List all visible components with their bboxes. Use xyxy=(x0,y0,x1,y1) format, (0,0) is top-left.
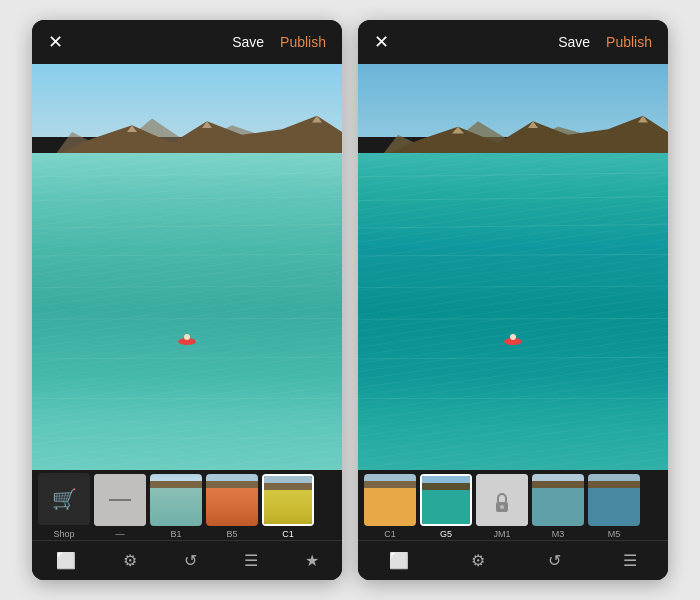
svg-rect-23 xyxy=(264,483,314,491)
svg-rect-49 xyxy=(532,488,584,526)
left-adjust-icon[interactable]: ⚙ xyxy=(115,543,145,578)
filter-m5[interactable]: M5 xyxy=(588,474,640,539)
left-star-icon[interactable]: ★ xyxy=(297,543,327,578)
filter-c1-left-label: C1 xyxy=(282,529,294,539)
left-filter-bar: 🛒 Shop — xyxy=(32,470,342,580)
left-photo-area xyxy=(32,64,342,470)
left-filter-thumbnails: 🛒 Shop — xyxy=(32,470,342,540)
svg-line-31 xyxy=(358,197,668,201)
right-top-bar: ✕ Save Publish xyxy=(358,20,668,64)
shop-icon: 🛒 xyxy=(38,473,90,525)
left-panel: ✕ Save Publish xyxy=(32,20,342,580)
right-frame-icon[interactable]: ⬜ xyxy=(381,543,417,578)
svg-rect-39 xyxy=(364,481,416,489)
filter-jm1-label: JM1 xyxy=(493,529,510,539)
right-save-button[interactable]: Save xyxy=(558,34,590,50)
filter-g5[interactable]: G5 xyxy=(420,474,472,539)
filter-m3[interactable]: M3 xyxy=(532,474,584,539)
svg-rect-24 xyxy=(264,490,314,526)
svg-line-9 xyxy=(32,286,342,288)
svg-rect-43 xyxy=(422,490,472,526)
water xyxy=(32,153,342,470)
right-filter-thumbnails: C1 G5 xyxy=(358,470,668,540)
filter-dash-label: — xyxy=(116,529,125,539)
filter-c1-left[interactable]: C1 xyxy=(262,474,314,539)
filter-b1-label: B1 xyxy=(170,529,181,539)
svg-line-35 xyxy=(358,319,668,320)
left-top-bar: ✕ Save Publish xyxy=(32,20,342,64)
filter-c1-right[interactable]: C1 xyxy=(364,474,416,539)
right-menu-icon[interactable]: ☰ xyxy=(615,543,645,578)
filter-m5-label: M5 xyxy=(608,529,621,539)
left-bottom-toolbar: ⬜ ⚙ ↺ ☰ ★ xyxy=(32,540,342,580)
filter-g5-label: G5 xyxy=(440,529,452,539)
right-close-button[interactable]: ✕ xyxy=(374,31,389,53)
right-filter-bar: C1 G5 xyxy=(358,470,668,580)
svg-line-36 xyxy=(358,358,668,360)
svg-line-10 xyxy=(32,319,342,320)
svg-rect-18 xyxy=(150,488,202,526)
svg-line-34 xyxy=(358,286,668,288)
right-revert-icon[interactable]: ↺ xyxy=(540,543,569,578)
svg-rect-42 xyxy=(422,483,472,491)
svg-point-46 xyxy=(500,505,504,509)
svg-line-11 xyxy=(32,358,342,360)
filter-b1[interactable]: B1 xyxy=(150,474,202,539)
svg-rect-52 xyxy=(588,488,640,526)
right-water xyxy=(358,153,668,470)
shop-label: Shop xyxy=(53,529,74,539)
svg-line-33 xyxy=(358,255,668,257)
svg-rect-20 xyxy=(206,481,258,489)
shop-button[interactable]: 🛒 Shop xyxy=(38,473,90,539)
kayak xyxy=(178,338,196,348)
filter-jm1[interactable]: JM1 xyxy=(476,474,528,539)
svg-line-8 xyxy=(32,255,342,257)
right-bottom-toolbar: ⬜ ⚙ ↺ ☰ xyxy=(358,540,668,580)
svg-line-7 xyxy=(32,225,342,229)
svg-rect-51 xyxy=(588,481,640,489)
svg-rect-44 xyxy=(476,474,528,526)
left-frame-icon[interactable]: ⬜ xyxy=(48,543,84,578)
left-menu-icon[interactable]: ☰ xyxy=(236,543,266,578)
left-publish-button[interactable]: Publish xyxy=(280,34,326,50)
svg-line-6 xyxy=(32,197,342,201)
left-revert-icon[interactable]: ↺ xyxy=(176,543,205,578)
svg-line-30 xyxy=(358,173,668,177)
filter-dash[interactable]: — xyxy=(94,474,146,539)
right-kayak xyxy=(504,338,522,348)
right-panel: ✕ Save Publish xyxy=(358,20,668,580)
right-publish-button[interactable]: Publish xyxy=(606,34,652,50)
svg-rect-21 xyxy=(206,488,258,526)
svg-rect-40 xyxy=(364,488,416,526)
left-close-button[interactable]: ✕ xyxy=(48,31,63,53)
filter-b5[interactable]: B5 xyxy=(206,474,258,539)
right-photo-area xyxy=(358,64,668,470)
left-save-button[interactable]: Save xyxy=(232,34,264,50)
filter-b5-label: B5 xyxy=(226,529,237,539)
filter-c1-right-label: C1 xyxy=(384,529,396,539)
filter-m3-label: M3 xyxy=(552,529,565,539)
svg-rect-48 xyxy=(532,481,584,489)
svg-line-5 xyxy=(32,173,342,177)
svg-line-32 xyxy=(358,225,668,229)
svg-rect-17 xyxy=(150,481,202,489)
right-adjust-icon[interactable]: ⚙ xyxy=(463,543,493,578)
